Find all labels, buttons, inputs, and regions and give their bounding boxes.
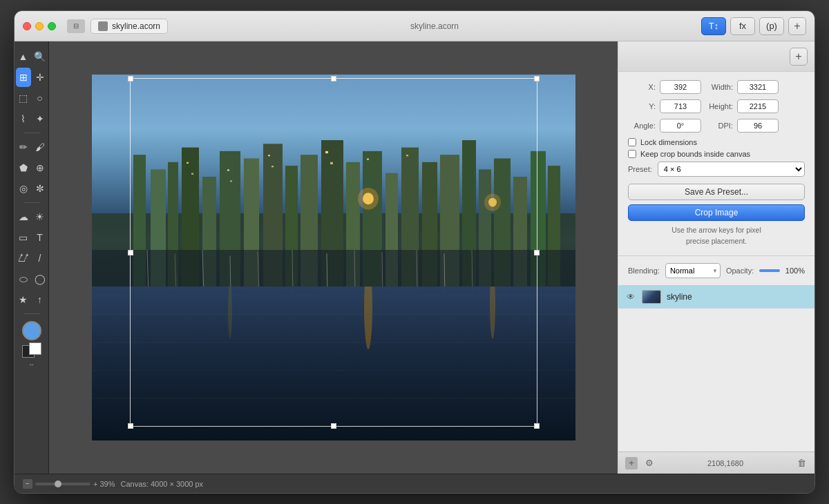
- opacity-slider[interactable]: [759, 269, 780, 272]
- maximize-button[interactable]: [48, 22, 56, 30]
- swap-colors-icon[interactable]: ↔: [28, 361, 35, 368]
- color-picker[interactable]: [22, 321, 41, 340]
- cloud-shape-tool[interactable]: ☁: [16, 207, 31, 226]
- background-swatch[interactable]: [29, 342, 41, 355]
- preset-label: Preset:: [628, 165, 652, 173]
- zoom-tool[interactable]: 🔍: [32, 47, 48, 66]
- add-panel-button[interactable]: +: [788, 17, 806, 35]
- transform-tool[interactable]: ✛: [32, 68, 48, 87]
- left-toolbar: ▲ 🔍 ⊞ ✛ ⬚ ○ ⌇ ✦ ✏ 🖌 ⬟ ⊕: [15, 41, 49, 474]
- preset-button[interactable]: (p): [759, 17, 784, 35]
- layer-visibility-icon[interactable]: 👁: [625, 291, 636, 302]
- right-panel: + X: Width: Y: Height:: [618, 41, 814, 474]
- fill-tool[interactable]: ⬟: [16, 158, 31, 177]
- y-input[interactable]: [660, 99, 701, 113]
- add-layer-button[interactable]: +: [625, 457, 638, 469]
- svg-point-55: [364, 287, 372, 349]
- crop-image-button[interactable]: Crop Image: [628, 204, 805, 221]
- color-area: ↔: [22, 321, 41, 368]
- crop-tool[interactable]: ⊞: [16, 68, 31, 87]
- tool-divider-2: [23, 202, 40, 203]
- sidebar-toggle-icon[interactable]: ⊟: [67, 19, 85, 33]
- panel-add-button[interactable]: +: [790, 48, 808, 66]
- text-tool[interactable]: T: [32, 228, 48, 247]
- layer-row[interactable]: 👁 skyline: [618, 286, 814, 309]
- clone-tool[interactable]: ⊕: [32, 158, 48, 177]
- y-height-row: Y: Height:: [628, 99, 805, 113]
- lasso-tool[interactable]: ⌇: [16, 109, 31, 128]
- bezier-tool[interactable]: ⌰: [16, 249, 31, 268]
- width-input[interactable]: [737, 80, 779, 94]
- zoom-out-button[interactable]: −: [23, 479, 32, 489]
- star-tool[interactable]: ★: [16, 290, 31, 309]
- line-tool[interactable]: /: [32, 249, 48, 268]
- dpi-input[interactable]: [737, 119, 779, 133]
- tool-divider-3: [23, 313, 40, 314]
- keep-crop-label: Keep crop bounds inside canvas: [640, 150, 750, 158]
- oval-tool[interactable]: ⬭: [16, 269, 31, 289]
- angle-input[interactable]: [660, 119, 701, 133]
- blending-label: Blending:: [628, 266, 660, 275]
- layer-settings-icon[interactable]: ⚙: [643, 457, 656, 469]
- tool-pair-shape: ☁ ☀: [16, 207, 48, 226]
- type-tool-button[interactable]: T↕: [701, 17, 726, 35]
- tool-pair-lasso: ⌇ ✦: [16, 109, 48, 128]
- sun-tool[interactable]: ☀: [32, 207, 48, 226]
- titlebar: ⊟ skyline.acorn skyline.acorn T↕ fx (p) …: [15, 11, 814, 41]
- tool-pair-bezier: ⌰ /: [16, 249, 48, 268]
- dpi-label: DPI:: [705, 122, 733, 130]
- height-input[interactable]: [737, 99, 779, 113]
- arrow-tool[interactable]: ▲: [16, 47, 31, 66]
- svg-rect-31: [330, 162, 333, 164]
- blending-select[interactable]: Normal Multiply Screen Overlay Darken Li…: [665, 263, 721, 278]
- svg-point-56: [490, 287, 495, 339]
- pen-tool[interactable]: ✏: [16, 137, 31, 157]
- heal-tool[interactable]: ✼: [32, 179, 48, 198]
- delete-layer-button[interactable]: 🗑: [795, 457, 808, 469]
- x-width-row: X: Width:: [628, 80, 805, 94]
- svg-rect-27: [230, 181, 232, 182]
- keep-crop-checkbox[interactable]: [628, 150, 636, 158]
- tool-pair-star: ★ ↑: [16, 290, 48, 309]
- layer-name: skyline: [667, 292, 808, 302]
- rect-tool[interactable]: ▭: [16, 228, 31, 247]
- svg-rect-32: [367, 159, 369, 160]
- ellipse-select-tool[interactable]: ○: [32, 88, 48, 108]
- svg-rect-30: [325, 151, 328, 153]
- blending-select-wrap: Normal Multiply Screen Overlay Darken Li…: [665, 263, 721, 278]
- height-label: Height:: [705, 102, 733, 110]
- rect-select-tool[interactable]: ⬚: [16, 88, 31, 108]
- document-tab[interactable]: skyline.acorn: [90, 19, 168, 34]
- brush-tool[interactable]: 🖌: [32, 137, 48, 157]
- svg-rect-25: [191, 173, 193, 175]
- minimize-button[interactable]: [35, 22, 44, 30]
- angle-label: Angle:: [628, 122, 656, 130]
- opacity-label: Opacity:: [726, 266, 754, 275]
- x-label: X:: [628, 83, 656, 91]
- x-input[interactable]: [660, 80, 701, 94]
- app-window: ⊟ skyline.acorn skyline.acorn T↕ fx (p) …: [14, 10, 815, 494]
- keep-crop-row: Keep crop bounds inside canvas: [628, 150, 805, 158]
- magic-wand-tool[interactable]: ✦: [32, 109, 48, 128]
- fx-button[interactable]: fx: [730, 17, 755, 35]
- circle-tool[interactable]: ◯: [32, 269, 48, 289]
- lock-dimensions-checkbox[interactable]: [628, 138, 636, 146]
- canvas-image: [92, 75, 575, 440]
- svg-rect-24: [187, 162, 189, 164]
- image-container: [92, 75, 575, 440]
- zoom-level: + 39%: [93, 480, 115, 488]
- zoom-slider[interactable]: [35, 483, 90, 485]
- blur-tool[interactable]: ◎: [16, 179, 31, 198]
- layer-thumbnail: [642, 290, 661, 304]
- svg-rect-33: [406, 155, 408, 157]
- tool-pair-select: ▲ 🔍: [16, 47, 48, 66]
- svg-rect-29: [271, 166, 274, 168]
- blending-section: Blending: Normal Multiply Screen Overlay…: [618, 256, 814, 286]
- close-button[interactable]: [23, 22, 31, 30]
- blending-row: Blending: Normal Multiply Screen Overlay…: [628, 263, 805, 278]
- window-title: skyline.acorn: [173, 21, 696, 31]
- canvas-area[interactable]: [49, 41, 618, 474]
- save-preset-button[interactable]: Save As Preset...: [628, 184, 805, 200]
- preset-select[interactable]: 4 × 6 3 × 5 5 × 7 8 × 10 Custom: [658, 162, 805, 177]
- arrow-shape-tool[interactable]: ↑: [32, 290, 48, 309]
